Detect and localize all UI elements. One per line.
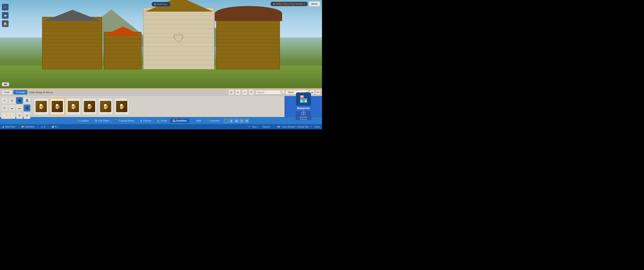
favorites-button[interactable]: ♥ [235, 89, 241, 95]
eye-view-button[interactable]: 👁 [248, 89, 254, 95]
item-2-preview: 🍺 [52, 101, 63, 112]
tab-facilities[interactable]: 🏪 Facilities [170, 118, 190, 123]
filter-infinity-btn[interactable]: ∞ [1, 97, 8, 104]
tab-flumes[interactable]: 💧 Flumes [137, 118, 154, 123]
left-building-roof [40, 10, 104, 21]
close-panel-button[interactable]: ✕ [316, 90, 320, 95]
heatmap-dot [154, 4, 156, 5]
building-center-left [104, 32, 141, 69]
frontier-logo-icon: ⓕ [302, 111, 306, 116]
facilities-label: Facilities [176, 119, 187, 122]
status-right: ☀ Day 1 | Paused | ⌨ Open Browser / Chan… [248, 126, 320, 128]
search-button[interactable]: 🔍 [280, 91, 283, 94]
keyboard-icon: ⌨ [277, 126, 280, 128]
building-center-main: 🛡 [143, 8, 214, 69]
scenery-icon: 🌿 [207, 119, 210, 122]
status-divider-right: | [273, 126, 274, 128]
layout-tab-icon[interactable]: ⊞ [245, 118, 249, 123]
toolbar-row: Close ✦ Create Drink Shops (6 Items) ⊞ ♥… [0, 88, 322, 96]
item-5-preview: 🍺 [100, 101, 111, 112]
rating-value: 0.2 [55, 125, 58, 128]
budget-icon: 💵 [21, 125, 24, 128]
tracked-rides-label: Tracked Rides [118, 119, 134, 122]
pools-label: Pools [161, 119, 167, 122]
filter-person-btn[interactable]: 👤 [24, 97, 30, 104]
filter-grid-btn[interactable]: ⊞ [8, 97, 15, 104]
filter-extra-btn[interactable]: ⊞ [24, 112, 30, 119]
rating-item: ⭐ 0.2 [52, 125, 58, 128]
item-3-preview: 🍺 [68, 101, 79, 112]
center-building-body: 🛡 [143, 8, 214, 69]
shop-item-2[interactable]: 🍺 [50, 98, 65, 115]
filter-wide-btn[interactable]: ⚡⚡ [1, 112, 15, 119]
shop-item-4[interactable]: 🍺 [82, 98, 97, 115]
flumes-icon: 💧 [140, 119, 143, 122]
filter-cloud2-btn[interactable]: ☁ [16, 105, 23, 111]
all-button[interactable]: All [2, 82, 9, 86]
blueprints-label: Blueprints [297, 107, 310, 110]
tab-tracked-rides[interactable]: 🚂 Tracked Rides [112, 118, 137, 123]
lock-tab-icon[interactable]: 🔒 [240, 118, 244, 123]
create-button[interactable]: ✦ Create [13, 90, 27, 94]
item-4-preview: 🍺 [84, 101, 95, 112]
status-bar: 🏞 Tiger Park 💵 Unlimited 👥 0 ⭐ 0.2 ☀ Day… [0, 124, 322, 129]
search-input[interactable] [257, 91, 279, 94]
filter-grid2-btn[interactable]: ⊟ [1, 105, 8, 111]
mountain-tab-icon[interactable]: ⛰ [234, 118, 239, 123]
items-grid: 🍺 🍺 🍺 🍺 🍺 🍺 ♥ [32, 96, 284, 117]
diamond-icon: ◆ [273, 3, 275, 5]
filter-active2-btn[interactable]: ⬛ [24, 105, 30, 111]
tab-scenery[interactable]: 🌿 Scenery [204, 118, 222, 123]
frontier-workshop-logo[interactable]: ⓕ FRONTIERWorkshop [295, 110, 312, 120]
shop-item-1[interactable]: 🍺 [34, 98, 49, 115]
budget-item: 💵 Unlimited [21, 125, 34, 128]
park-name-item: 🏞 Tiger Park [2, 125, 15, 128]
filter-active-btn[interactable]: ⬛ [16, 97, 23, 104]
toolbar-title: Drink Shops (6 Items) [29, 91, 53, 94]
left-filters: ∞ ⊞ ⬛ 👤 ⊟ ☁ ☁ ⬛ ⚡⚡ ⚙ ⊞ [0, 96, 32, 117]
right-hint: Open Browser / Change Tab [282, 126, 308, 128]
park-icon: 🏞 [2, 125, 4, 128]
filter-cloud-btn[interactable]: ☁ [8, 105, 15, 111]
tab-pools[interactable]: 🏊 Pools [154, 118, 170, 123]
notifications-hud-button[interactable]: 🔔 [2, 20, 8, 27]
tab-extra-icons: 🌲 ▲ ⛰ 🔒 ⊞ [224, 118, 249, 123]
blueprints-panel[interactable]: 🏪 Blueprints ⓕ FRONTIERWorkshop [284, 96, 322, 117]
coasters-label: Coasters [79, 119, 89, 122]
flat-rides-label: Flat Rides [98, 119, 109, 122]
rating-icon: ⭐ [52, 125, 54, 128]
filter-settings-btn[interactable]: ⚙ [16, 112, 23, 119]
status-divider-2 [37, 125, 38, 128]
blueprints-shop-icon: 🏪 [296, 92, 311, 105]
buildings-area: 🛡 [0, 9, 322, 69]
tracked-rides-icon: 🚂 [115, 119, 118, 122]
item-6-preview: 🍺 [116, 101, 127, 112]
left-building-body [42, 17, 102, 69]
icon-grid-area: ∞ ⊞ ⬛ 👤 ⊟ ☁ ☁ ⬛ ⚡⚡ ⚙ ⊞ 🍺 🍺 🍺 [0, 96, 322, 117]
peak-tab-icon[interactable]: ▲ [229, 118, 234, 123]
close-button[interactable]: Close [2, 90, 12, 94]
shop-item-6[interactable]: 🍺 ♥ [114, 98, 129, 115]
terrain-hud-button[interactable]: ⛰ [2, 12, 8, 19]
tab-staff[interactable]: 👤 Staff [190, 118, 204, 123]
shop-item-5[interactable]: 🍺 [98, 98, 113, 115]
tab-coasters[interactable]: 🎢 Coasters [73, 118, 92, 123]
frontier-logo-text: FRONTIERWorkshop [300, 116, 308, 120]
scenery-label: Scenery [210, 119, 220, 122]
shop-item-3[interactable]: 🍺 [66, 98, 81, 115]
heatmaps-button[interactable]: Heatmaps [152, 2, 170, 7]
list-view-button[interactable]: ≡ [242, 89, 248, 95]
facilities-icon: 🏪 [172, 119, 176, 122]
done-button[interactable]: Done [309, 2, 320, 6]
home-hud-button[interactable]: ⌂ [2, 4, 8, 11]
grid-view-button[interactable]: ⊞ [228, 89, 234, 95]
tab-flat-rides[interactable]: 🎡 Flat Rides [92, 118, 112, 123]
editing-label-container: ◆ Editing Viking Shop Medium 1 Done [270, 2, 320, 6]
guests-item: 👥 0 [40, 125, 45, 128]
bottom-panel: Close ✦ Create Drink Shops (6 Items) ⊞ ♥… [0, 88, 322, 129]
staff-icon: 👤 [192, 119, 195, 122]
pools-icon: 🏊 [157, 119, 160, 122]
tree-tab-icon[interactable]: 🌲 [224, 118, 228, 123]
bottom-tabs: 🎢 Coasters 🎡 Flat Rides 🚂 Tracked Rides … [0, 117, 322, 124]
search-box: 🔍 [255, 90, 284, 94]
